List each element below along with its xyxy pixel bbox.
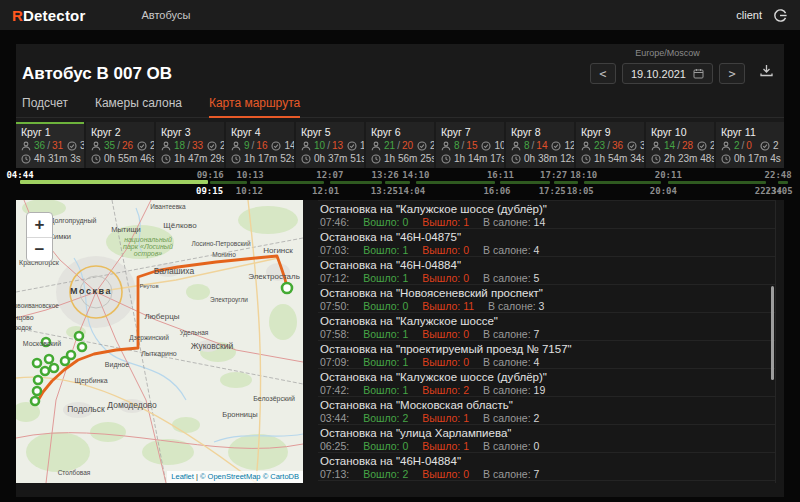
duration-icon	[301, 154, 312, 164]
lap-duration: 1h 54m 34s	[594, 153, 644, 164]
stop-marker-2[interactable]	[75, 332, 83, 340]
tab-3[interactable]: Карта маршрута	[209, 96, 300, 118]
stop-name: Остановка на "46Н-04875"	[320, 231, 773, 244]
lap-name: Круг 6	[371, 126, 429, 138]
stops-list: Остановка на "Калужское шоссе (дублёр)"0…	[318, 200, 776, 483]
lap-card-8[interactable]: Круг 88/14120h 38m 12s	[506, 122, 574, 168]
date-toolbar: Europe/Moscow < 19.10.2021	[590, 48, 774, 84]
date-input[interactable]: 19.10.2021	[622, 63, 713, 84]
stop-entered: Вошло: 0	[363, 216, 408, 228]
lap-in: 14	[664, 140, 675, 151]
stop-item-6: Остановка на "проектируемый проезд № 715…	[318, 341, 775, 369]
stop-marker-7[interactable]	[45, 355, 53, 363]
duration-icon	[21, 154, 32, 164]
timeline-segment-9[interactable]	[584, 181, 662, 184]
lap-card-10[interactable]: Круг 1014/28232h 23m 48s	[646, 122, 714, 168]
lap-slash: /	[47, 140, 50, 151]
lap-name: Круг 5	[301, 126, 359, 138]
timeline-segment-1[interactable]	[20, 180, 208, 184]
lap-card-4[interactable]: Круг 49/16141h 17m 52s	[226, 122, 294, 168]
stop-marker-12[interactable]	[33, 387, 41, 395]
carto-link[interactable]: © CartoDB	[263, 472, 299, 481]
timeline-segment-5[interactable]	[385, 181, 410, 184]
next-day-button[interactable]: >	[719, 63, 745, 84]
lap-duration: 0h 38m 12s	[524, 153, 574, 164]
stop-marker-1[interactable]	[282, 283, 292, 293]
stop-meta: 07:12:Вошло: 1Вышло: 0В салоне: 5	[320, 272, 773, 284]
lap-slash: /	[327, 140, 330, 151]
timeline-segment-4[interactable]	[330, 181, 383, 184]
stop-marker-13[interactable]	[31, 397, 39, 405]
timeline-segment-8[interactable]	[554, 181, 579, 184]
lap-stops: 24	[150, 140, 154, 151]
stop-onboard: В салоне: 7	[483, 468, 539, 480]
stops-count-icon	[67, 141, 78, 151]
lap-counts: 21/2021	[371, 140, 429, 151]
lap-counts: 10/1312	[301, 140, 359, 151]
zoom-in-button[interactable]: +	[27, 213, 52, 237]
leaflet-link[interactable]: Leaflet	[171, 472, 194, 481]
lap-name: Круг 3	[161, 126, 219, 138]
osm-link[interactable]: © OpenStreetMap	[200, 472, 261, 481]
timeline-segment-7[interactable]	[500, 181, 550, 184]
logout-icon[interactable]	[773, 8, 788, 23]
stop-marker-6[interactable]	[61, 357, 69, 365]
stop-time: 07:58:	[320, 328, 349, 340]
logo-rest: Detector	[23, 7, 85, 24]
stops-count-icon	[207, 141, 218, 151]
stop-exited: Вышло: 1	[422, 440, 469, 452]
zoom-out-button[interactable]: −	[27, 237, 52, 261]
lap-out: 31	[52, 140, 63, 151]
lap-duration-row: 1h 17m 52s	[231, 153, 289, 164]
timeline-segment-10[interactable]	[668, 181, 766, 184]
lap-duration: 1h 14m 17s	[454, 153, 504, 164]
timeline-segment-3[interactable]	[250, 181, 324, 184]
stops-scrollbar[interactable]	[771, 286, 774, 380]
lap-stops: 31	[640, 140, 644, 151]
stop-name: Остановка на "Московская область"	[320, 399, 773, 412]
lap-out: 15	[466, 140, 477, 151]
lap-card-9[interactable]: Круг 923/36311h 54m 34s	[576, 122, 644, 168]
lap-in: 18	[174, 140, 185, 151]
lap-stops: 12	[360, 140, 364, 151]
lap-in: 8	[524, 140, 530, 151]
timeline-segment-2[interactable]	[210, 181, 247, 184]
stop-name: Остановка на "Новоясеневский проспект"	[320, 287, 773, 300]
tab-2[interactable]: Камеры салона	[95, 96, 182, 117]
prev-day-button[interactable]: <	[590, 63, 616, 84]
stop-onboard: В салоне: 14	[483, 216, 545, 228]
stop-marker-9[interactable]	[50, 364, 58, 372]
lap-in: 35	[104, 140, 115, 151]
lap-card-11[interactable]: Круг 112/020h 17m 4s	[716, 122, 784, 168]
timeline-segment-6[interactable]	[416, 181, 495, 184]
stop-exited: Вышло: 11	[422, 300, 474, 312]
lap-card-5[interactable]: Круг 510/13120h 37m 51s	[296, 122, 364, 168]
timeline-end-label: 09:15	[196, 186, 223, 196]
stop-marker-11[interactable]	[34, 376, 42, 384]
stop-onboard: В салоне: 0	[483, 440, 539, 452]
duration-icon	[161, 154, 172, 164]
lap-out: 33	[192, 140, 203, 151]
lap-name: Круг 8	[511, 126, 569, 138]
lap-card-3[interactable]: Круг 318/33241h 47m 29s	[156, 122, 224, 168]
stop-time: 07:03:	[320, 244, 349, 256]
stop-marker-10[interactable]	[41, 367, 49, 375]
stop-marker-8[interactable]	[33, 359, 41, 367]
app-logo[interactable]: RDetector	[12, 7, 86, 24]
lap-out: 16	[256, 140, 267, 151]
lap-card-7[interactable]: Круг 78/15101h 14m 17s	[436, 122, 504, 168]
download-report-button[interactable]	[759, 63, 774, 82]
stop-marker-4[interactable]	[78, 343, 86, 351]
route-map[interactable]: + − Leaflet | © OpenStreetMap © CartoDB …	[16, 200, 303, 483]
lap-card-6[interactable]: Круг 621/20211h 56m 25s	[366, 122, 434, 168]
lap-card-1[interactable]: Круг 136/31304h 31m 3s	[16, 122, 84, 168]
lap-stops: 10	[494, 140, 504, 151]
tab-1[interactable]: Подсчет	[22, 96, 68, 117]
lap-card-2[interactable]: Круг 235/26240h 55m 46s	[86, 122, 154, 168]
lap-slash: /	[742, 140, 745, 151]
timeline-segment-11[interactable]	[778, 181, 788, 184]
stop-marker-3[interactable]	[42, 338, 50, 346]
stop-item-4: Остановка на "Новоясеневский проспект"07…	[318, 285, 775, 313]
nav-item-buses[interactable]: Автобусы	[142, 9, 191, 21]
logo-letter-r: R	[12, 7, 23, 24]
